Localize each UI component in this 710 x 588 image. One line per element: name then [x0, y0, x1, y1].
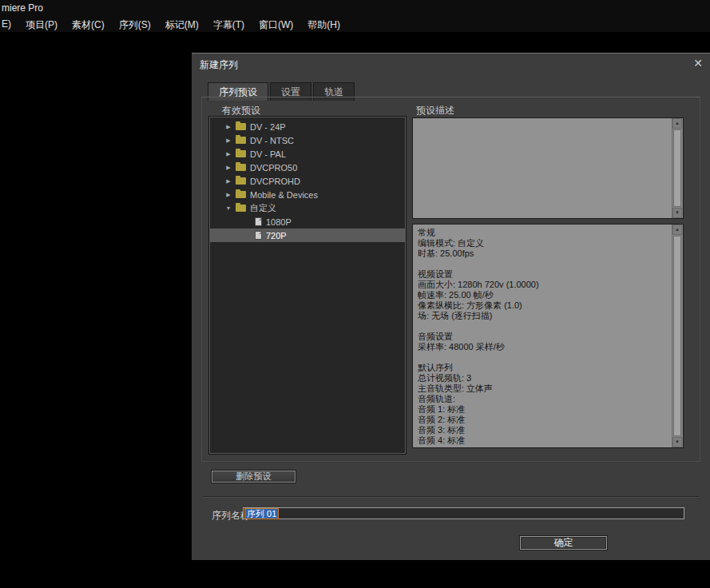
scroll-down-icon[interactable]: ▼ — [672, 208, 682, 218]
chevron-right-icon[interactable]: ▶ — [224, 137, 232, 144]
ok-button[interactable]: 确定 — [520, 536, 607, 550]
folder-icon — [236, 205, 246, 212]
tree-item[interactable]: ▶DV - NTSC — [210, 133, 405, 147]
menu-item[interactable]: 标记(M) — [158, 17, 206, 34]
scrollbar-thumb[interactable] — [673, 129, 681, 207]
scroll-down-icon[interactable]: ▼ — [672, 437, 682, 447]
folder-icon — [236, 164, 246, 171]
separator — [203, 496, 699, 498]
menu-item[interactable]: 字幕(T) — [206, 17, 252, 34]
tree-item-label: 自定义 — [250, 202, 276, 214]
tree-item-label: 720P — [266, 231, 287, 240]
menu-item[interactable]: E) — [0, 17, 18, 34]
scroll-up-icon[interactable]: ▲ — [672, 118, 682, 129]
description-scrollbar[interactable]: ▲ ▼ — [672, 118, 683, 218]
dialog-title: 新建序列 — [200, 58, 238, 72]
details-scrollbar[interactable]: ▲ ▼ — [672, 224, 683, 447]
sequence-name-value: 序列 01 — [245, 509, 278, 518]
tree-item[interactable]: ▶DV - 24P — [210, 120, 405, 133]
tree-item-label: 1080P — [266, 217, 292, 227]
menu-item[interactable]: 窗口(W) — [252, 17, 300, 34]
chevron-right-icon[interactable]: ▶ — [224, 178, 232, 185]
new-sequence-dialog: 新建序列 ✕ 序列预设 设置 轨道 有效预设 预设描述 ▶DV - 24P▶DV… — [192, 53, 710, 560]
close-icon[interactable]: ✕ — [693, 57, 703, 70]
menu-item[interactable]: 项目(P) — [18, 17, 65, 34]
tree-item-label: DV - NTSC — [250, 136, 294, 145]
tree-item[interactable]: ▶DV - PAL — [210, 147, 405, 161]
sequence-name-input[interactable]: 序列 01 — [243, 507, 684, 519]
tree-item[interactable]: ▼自定义 — [210, 201, 405, 215]
tree-item-label: DVCPRO50 — [250, 163, 297, 173]
preset-tree: ▶DV - 24P▶DV - NTSC▶DV - PAL▶DVCPRO50▶DV… — [209, 117, 406, 454]
folder-icon — [236, 177, 246, 185]
scroll-up-icon[interactable]: ▲ — [672, 224, 682, 235]
preset-description-label: 预设描述 — [416, 104, 454, 117]
menu-item[interactable]: 帮助(H) — [300, 17, 347, 34]
tree-item[interactable]: 720P — [210, 228, 405, 242]
available-presets-label: 有效预设 — [222, 104, 260, 117]
tree-item[interactable]: ▶DVCPRO50 — [210, 161, 405, 174]
file-icon — [255, 231, 262, 240]
preset-description-text — [418, 121, 669, 216]
tree-item-label: DV - 24P — [250, 122, 286, 132]
folder-icon — [236, 150, 246, 157]
chevron-right-icon[interactable]: ▶ — [224, 151, 232, 157]
app-title: miere Pro — [2, 2, 43, 14]
chevron-right-icon[interactable]: ▶ — [224, 165, 232, 171]
menu-bar: E)项目(P)素材(C)序列(S)标记(M)字幕(T)窗口(W)帮助(H) — [0, 17, 347, 34]
folder-icon — [236, 191, 246, 198]
app-top-bar: miere Pro E)项目(P)素材(C)序列(S)标记(M)字幕(T)窗口(… — [0, 0, 710, 32]
chevron-down-icon[interactable]: ▼ — [224, 205, 232, 211]
folder-icon — [236, 123, 246, 130]
tree-item-label: DV - PAL — [250, 149, 286, 159]
tree-item[interactable]: 1080P — [210, 215, 405, 228]
delete-preset-button[interactable]: 删除预设 — [212, 471, 296, 483]
chevron-right-icon[interactable]: ▶ — [224, 192, 232, 198]
menu-item[interactable]: 序列(S) — [112, 17, 158, 34]
file-icon — [255, 217, 262, 226]
tree-item[interactable]: ▶Mobile & Devices — [210, 188, 405, 201]
preset-description-box: ▲ ▼ — [412, 117, 684, 219]
chevron-right-icon[interactable]: ▶ — [224, 124, 232, 130]
menu-item[interactable]: 素材(C) — [65, 17, 112, 34]
tree-item-label: Mobile & Devices — [250, 190, 318, 200]
folder-icon — [236, 137, 246, 144]
scrollbar-thumb[interactable] — [673, 236, 681, 436]
tree-item-label: DVCPROHD — [250, 177, 300, 186]
preset-details-text: 常规 编辑模式: 自定义 时基: 25.00fps 视频设置 画面大小: 128… — [418, 228, 669, 445]
tree-item[interactable]: ▶DVCPROHD — [210, 174, 405, 188]
preset-details-box: 常规 编辑模式: 自定义 时基: 25.00fps 视频设置 画面大小: 128… — [412, 224, 684, 448]
